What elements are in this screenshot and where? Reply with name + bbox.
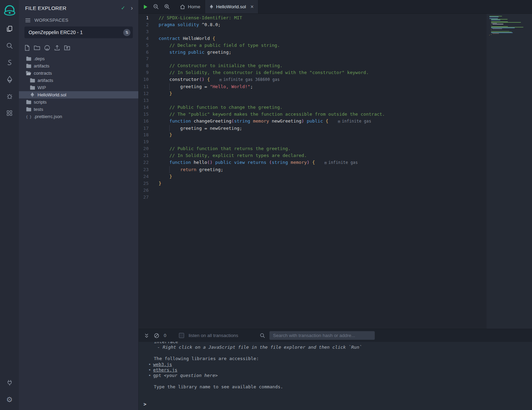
gas-estimate-badge[interactable]: ▤infinite gas [338, 119, 371, 124]
tree-item-artifacts[interactable]: artifacts [19, 62, 138, 70]
solidity-compiler-icon [6, 59, 13, 66]
check-icon[interactable]: ✓ [121, 5, 125, 11]
code-line-3[interactable]: 3 [139, 28, 532, 35]
code-line-27[interactable]: 27 [139, 194, 532, 201]
new-file-icon[interactable] [24, 45, 30, 51]
gas-estimate-badge[interactable]: ▤infinite gas 368600 gas [220, 77, 280, 82]
code-line-1[interactable]: 1// SPDX-License-Identifier: MIT [139, 14, 532, 21]
bullet-icon: • [148, 367, 153, 373]
code-line-5[interactable]: 5 // Declare a public field of type stri… [139, 42, 532, 49]
folder-icon [30, 85, 35, 90]
debugger-button[interactable] [0, 88, 19, 105]
line-number: 11 [139, 83, 159, 90]
workspaces-label: WORKSPACES [34, 18, 68, 23]
code-line-11[interactable]: 11 greeting = "Hello, World!"; [139, 83, 532, 90]
terminal-prompt[interactable]: > [139, 401, 532, 410]
code-line-12[interactable]: 12 } [139, 90, 532, 97]
home-icon [180, 4, 185, 9]
tab-home[interactable]: Home [175, 0, 205, 13]
code-area[interactable]: 1// SPDX-License-Identifier: MIT2pragma … [139, 14, 532, 329]
settings-button[interactable]: ⚙ [0, 391, 19, 408]
code-line-19[interactable]: 19 [139, 138, 532, 145]
terminal-line: •gpt <your question here> [154, 373, 525, 378]
search-button[interactable] [0, 37, 19, 54]
zoom-in-icon[interactable] [164, 4, 170, 10]
tree-item-helloworld-sol[interactable]: HelloWorld.sol [19, 91, 138, 98]
hamburger-menu-icon[interactable] [25, 18, 31, 22]
remix-logo[interactable] [0, 2, 19, 20]
pending-transactions-count: 0 [164, 333, 166, 338]
code-line-16[interactable]: 16 function changeGreeting(string memory… [139, 118, 532, 125]
code-line-24[interactable]: 24 } [139, 173, 532, 180]
editor-tab-bar: Home HelloWorld.sol × [139, 0, 532, 14]
new-folder-icon[interactable] [34, 45, 40, 51]
folder-icon [30, 78, 35, 83]
code-line-23[interactable]: 23 return greeting; [139, 166, 532, 173]
code-line-2[interactable]: 2pragma solidity ^0.8.0; [139, 21, 532, 28]
file-explorer-button[interactable] [0, 20, 19, 37]
minimap[interactable] [487, 14, 532, 329]
tree-item--prettierrc-json[interactable]: { }.prettierrc.json [19, 113, 138, 120]
code-line-14[interactable]: 14 // Public function to change the gree… [139, 104, 532, 111]
plugins-button[interactable] [0, 105, 19, 122]
chevron-right-icon[interactable]: › [131, 6, 133, 10]
listen-transactions-checkbox[interactable] [179, 333, 184, 338]
code-line-15[interactable]: 15 // The "public" keyword makes the fun… [139, 111, 532, 118]
run-button[interactable] [143, 4, 148, 9]
tree-item-label: .deps [34, 56, 45, 61]
code-line-9[interactable]: 9 // In Solidity, the constructor is def… [139, 69, 532, 76]
terminal-link[interactable]: ethers.js [153, 367, 177, 372]
tree-item-scripts[interactable]: scripts [19, 98, 138, 106]
solidity-compiler-button[interactable] [0, 54, 19, 71]
code-line-13[interactable]: 13 [139, 97, 532, 104]
file-tree: .depsartifactscontractsartifactsWIPHello… [19, 55, 138, 120]
workspaces-row: WORKSPACES [19, 14, 138, 25]
workspace-selector[interactable]: OpenZeppelin ERC20 - 1 ⇅ [24, 27, 133, 38]
code-line-25[interactable]: 25} [139, 180, 532, 187]
tree-item-wip[interactable]: WIP [19, 84, 138, 91]
play-icon [143, 4, 148, 9]
tree-item--deps[interactable]: .deps [19, 55, 138, 62]
code-line-20[interactable]: 20 // Public function that returns the g… [139, 145, 532, 152]
code-line-22[interactable]: 22 function hello() public view returns … [139, 159, 532, 166]
workspace-dropdown-icon[interactable]: ⇅ [123, 29, 130, 36]
deploy-run-icon [7, 76, 13, 83]
terminal-link[interactable]: web3.js [153, 362, 172, 367]
terminal-log: interface- Right click on a JavaScript f… [139, 342, 532, 401]
line-number: 13 [139, 97, 159, 104]
line-number: 18 [139, 132, 159, 138]
code-line-18[interactable]: 18 } [139, 132, 532, 138]
zoom-out-icon[interactable] [153, 4, 159, 10]
line-number: 22 [139, 159, 159, 166]
code-line-4[interactable]: 4contract HelloWorld { [139, 35, 532, 42]
tab-helloworld-sol[interactable]: HelloWorld.sol × [205, 0, 258, 13]
clear-console-icon[interactable] [154, 333, 159, 338]
indent-guide [169, 166, 170, 173]
code-line-17[interactable]: 17 greeting = newGreeting; [139, 125, 532, 132]
upload-file-icon[interactable] [54, 45, 60, 51]
tree-item-label: artifacts [34, 63, 50, 69]
code-line-21[interactable]: 21 // In Solidity, explicit return types… [139, 152, 532, 159]
line-number: 20 [139, 145, 159, 152]
plugin-manager-button[interactable] [0, 374, 19, 391]
expand-terminal-icon[interactable] [144, 333, 149, 338]
indent-guide [169, 83, 170, 90]
tab-label: Home [188, 4, 200, 9]
code-editor[interactable]: 1// SPDX-License-Identifier: MIT2pragma … [139, 14, 532, 329]
tree-item-tests[interactable]: tests [19, 106, 138, 113]
terminal-output[interactable]: interface- Right click on a JavaScript f… [139, 342, 532, 410]
code-line-6[interactable]: 6 string public greeting; [139, 49, 532, 56]
code-line-10[interactable]: 10 constructor() {▤infinite gas 368600 g… [139, 76, 532, 83]
terminal-search-input[interactable] [269, 331, 375, 340]
github-icon[interactable] [44, 45, 50, 51]
tree-item-artifacts[interactable]: artifacts [19, 77, 138, 84]
gas-estimate-badge[interactable]: ▤infinite gas [324, 160, 358, 165]
code-line-8[interactable]: 8 // Constructor to initialize the greet… [139, 62, 532, 69]
close-tab-icon[interactable]: × [251, 5, 254, 9]
deploy-run-button[interactable] [0, 71, 19, 88]
code-line-7[interactable]: 7 [139, 55, 532, 62]
code-line-26[interactable]: 26 [139, 187, 532, 194]
tree-item-contracts[interactable]: contracts [19, 70, 138, 77]
import-folder-icon[interactable] [64, 45, 70, 51]
tree-item-label: WIP [38, 85, 46, 90]
